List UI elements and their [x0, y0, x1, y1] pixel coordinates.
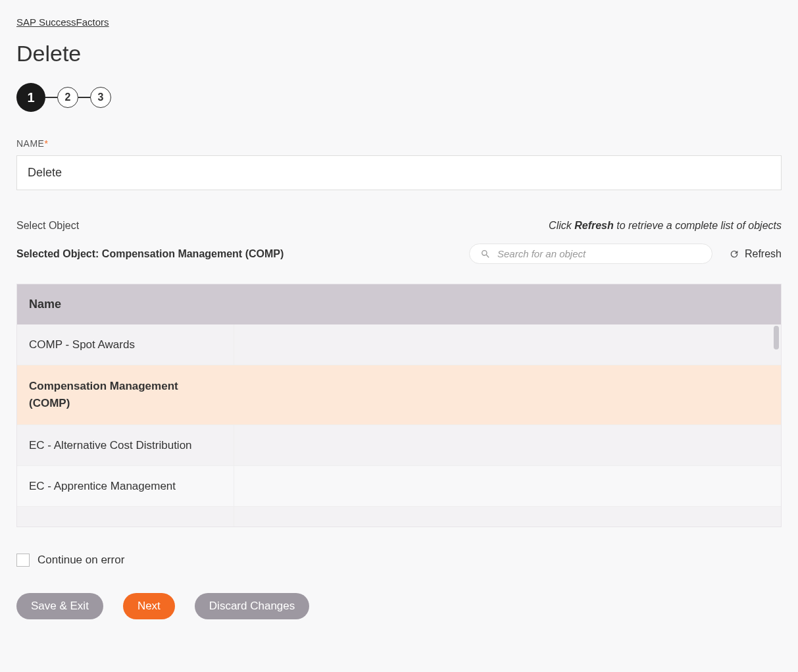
object-name-cell [17, 507, 234, 527]
required-indicator: * [44, 138, 48, 149]
table-row[interactable] [17, 507, 781, 527]
discard-changes-button[interactable]: Discard Changes [195, 593, 309, 619]
step-2[interactable]: 2 [57, 87, 78, 108]
wizard-stepper: 1 2 3 [16, 83, 782, 112]
object-name-cell: Compensation Management (COMP) [17, 365, 234, 425]
object-table: Name COMP - Spot Awards Compensation Man… [16, 284, 782, 527]
step-1[interactable]: 1 [16, 83, 45, 112]
refresh-button[interactable]: Refresh [729, 248, 782, 260]
continue-on-error-checkbox[interactable] [16, 554, 30, 567]
refresh-label: Refresh [745, 248, 782, 260]
search-wrapper [469, 244, 712, 264]
selected-object-text: Selected Object: Compensation Management… [16, 248, 284, 260]
scrollbar[interactable] [772, 324, 781, 527]
object-name-cell: COMP - Spot Awards [17, 324, 234, 365]
step-separator [45, 97, 57, 98]
table-header-name: Name [17, 284, 781, 324]
name-field-label: NAME* [16, 138, 782, 149]
table-row-selected[interactable]: Compensation Management (COMP) [17, 365, 781, 425]
table-row[interactable]: EC - Alternative Cost Distribution [17, 425, 781, 466]
refresh-hint: Click Refresh to retrieve a complete lis… [549, 220, 782, 232]
continue-on-error-label: Continue on error [37, 554, 124, 567]
search-input[interactable] [497, 248, 701, 259]
search-icon [480, 249, 491, 259]
select-object-label: Select Object [16, 220, 79, 232]
page-title: Delete [16, 41, 782, 66]
refresh-icon [729, 249, 739, 259]
next-button[interactable]: Next [123, 593, 175, 619]
breadcrumb[interactable]: SAP SuccessFactors [16, 16, 109, 28]
table-row[interactable]: EC - Apprentice Management [17, 466, 781, 507]
scrollbar-thumb[interactable] [774, 326, 779, 349]
table-body: COMP - Spot Awards Compensation Manageme… [17, 324, 781, 527]
save-exit-button[interactable]: Save & Exit [16, 593, 103, 619]
table-row[interactable]: COMP - Spot Awards [17, 324, 781, 365]
step-3[interactable]: 3 [90, 87, 111, 108]
name-input[interactable] [16, 155, 782, 190]
step-separator [78, 97, 90, 98]
object-name-cell: EC - Apprentice Management [17, 466, 234, 506]
object-name-cell: EC - Alternative Cost Distribution [17, 425, 234, 465]
